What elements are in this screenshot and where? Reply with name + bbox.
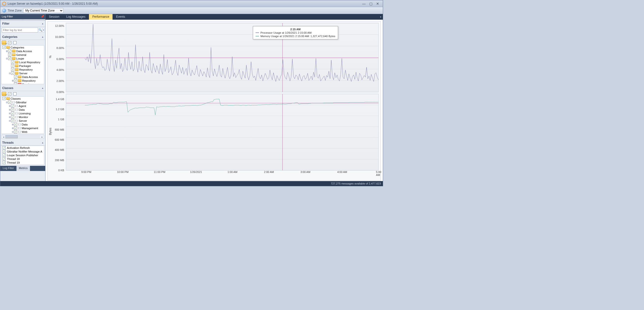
check-all-icon[interactable]: ✓ <box>8 41 11 44</box>
close-button[interactable]: ✕ <box>374 2 381 6</box>
maximize-button[interactable]: ▢ <box>368 2 374 6</box>
categories-section-header[interactable]: Categories ▴ <box>0 34 45 40</box>
main-tabs: Session Log Messages Performance Events … <box>46 14 383 20</box>
right-panel: Session Log Messages Performance Events … <box>46 14 383 181</box>
check-all-icon[interactable]: ✓ <box>8 92 11 95</box>
status-text: 727,275 messages available of 2,477,623 <box>331 182 381 185</box>
left-panel: Log Filter 📌 Filter ▴ 🔍 ▾ Categories ▴ ✓ <box>0 14 46 181</box>
tab-events[interactable]: Events <box>112 14 128 20</box>
app-window: Loupe Server on fazwebp1 (1/25/2021 5:00… <box>0 0 383 186</box>
titlebar: Loupe Server on fazwebp1 (1/25/2021 5:00… <box>0 0 383 7</box>
timezone-select[interactable]: My Current Time Zone <box>23 8 64 13</box>
status-bar: 727,275 messages available of 2,477,623 <box>0 181 383 186</box>
filter-input-row: 🔍 ▾ <box>0 27 45 34</box>
processor-chart[interactable]: 0.00% 2.00% 4.00% 6.00% 8.00% 10.00% 12.… <box>66 23 379 92</box>
y-ticks-top: 0.00% 2.00% 4.00% 6.00% 8.00% 10.00% 12.… <box>53 23 65 92</box>
chevron-up-icon: ▴ <box>42 141 43 144</box>
tab-metrics[interactable]: Metrics <box>16 166 30 171</box>
window-title: Loupe Server on fazwebp1 (1/25/2021 5:00… <box>8 2 361 6</box>
app-icon <box>2 2 6 6</box>
thread-item: ✓Loupe Session Publisher <box>2 153 44 157</box>
chart-box: % Bytes 0.00% 2.00% 4.00% 6.00% 8.00% <box>48 21 381 181</box>
tab-performance[interactable]: Performance <box>89 14 113 20</box>
thread-item: ✓Thread 18 <box>2 157 44 161</box>
y-ticks-bot: 0 KB 200 MB 400 MB 600 MB 800 MB 1 GB 1.… <box>53 94 65 170</box>
tab-overflow-icon[interactable]: ▾ <box>378 14 383 20</box>
timezone-icon <box>2 9 6 13</box>
left-bottom-tabs: Log Filter Metrics <box>0 166 45 171</box>
memory-chart[interactable]: 0 KB 200 MB 400 MB 600 MB 800 MB 1 GB 1.… <box>66 94 379 171</box>
thread-item: ✓Gibraltar Notifier Message A <box>2 149 44 153</box>
categories-toolrow: ✓ <box>0 40 45 45</box>
search-icon[interactable]: 🔍 <box>38 28 42 33</box>
chevron-up-icon: ▴ <box>42 22 43 25</box>
tab-session[interactable]: Session <box>46 14 63 20</box>
ylabel-bytes: Bytes <box>49 128 52 135</box>
uncheck-all-icon[interactable] <box>13 92 16 95</box>
minimize-button[interactable]: — <box>361 2 367 6</box>
uncheck-all-icon[interactable] <box>13 41 16 44</box>
thread-item: ✓Thread 19 <box>2 161 44 164</box>
main-content: Log Filter 📌 Filter ▴ 🔍 ▾ Categories ▴ ✓ <box>0 14 383 181</box>
thread-item: ✓Activation Refresh <box>2 146 44 149</box>
classes-tree[interactable]: ✓Classes ⊟✓{ }Gibraltar ⊞✓{ }Agent ⊞✓{ }… <box>1 96 44 134</box>
folder-reset-icon[interactable] <box>2 41 6 45</box>
filter-section-header[interactable]: Filter ▴ <box>0 21 45 27</box>
pin-icon[interactable]: 📌 <box>41 15 44 18</box>
threads-list[interactable]: ✓Activation Refresh ✓Gibraltar Notifier … <box>1 146 44 165</box>
classes-section-header[interactable]: Classes ▴ <box>0 85 45 91</box>
categories-tree[interactable]: ✓Categories ⊞✓Data Access ✓General ⊟✓Lou… <box>1 45 44 84</box>
threads-section-header[interactable]: Threads ▴ <box>0 140 45 146</box>
toolbar: Time Zone My Current Time Zone <box>0 7 383 14</box>
chart-area: % Bytes 0.00% 2.00% 4.00% 6.00% 8.00% <box>46 20 383 181</box>
classes-toolrow: ✓ <box>0 91 45 96</box>
chevron-up-icon: ▴ <box>42 35 43 38</box>
classes-hscroll[interactable]: ◂▸ <box>1 135 44 139</box>
folder-reset-icon[interactable] <box>2 92 6 96</box>
timezone-label: Time Zone <box>8 9 22 12</box>
tab-log-filter[interactable]: Log Filter <box>0 166 16 171</box>
ylabel-percent: % <box>49 56 52 58</box>
window-controls: — ▢ ✕ <box>361 2 381 6</box>
tab-log-messages[interactable]: Log Messages <box>63 14 89 20</box>
chart-tooltip: 2:15 AM Processor Usage at 1/26/2021 2:1… <box>253 26 338 39</box>
filter-input[interactable] <box>2 28 38 33</box>
x-ticks: 9:00 PM 10:00 PM 11:00 PM 1/26/2021 1:00… <box>53 171 379 176</box>
filter-dropdown-icon[interactable]: ▾ <box>43 28 44 33</box>
chevron-up-icon: ▴ <box>42 87 43 89</box>
